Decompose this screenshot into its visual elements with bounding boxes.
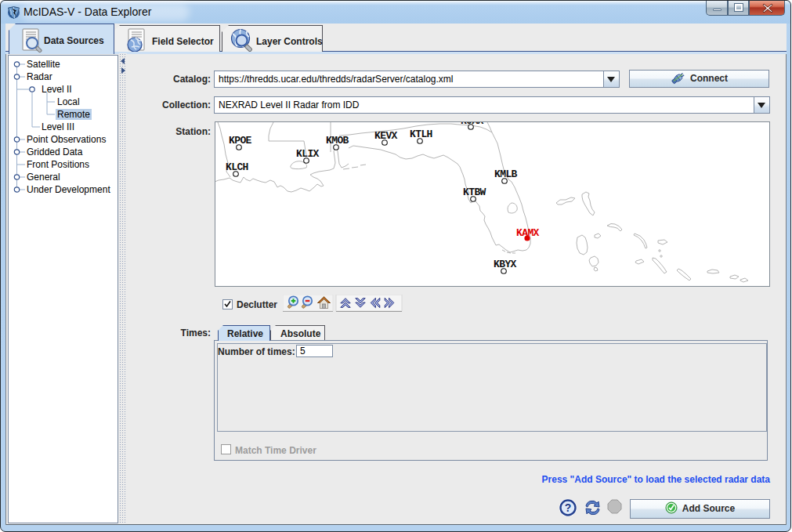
svg-text:KLIX: KLIX <box>296 148 320 160</box>
svg-text:KLCH: KLCH <box>226 161 248 173</box>
svg-text:KBYX: KBYX <box>494 259 517 270</box>
svg-text:KEVX: KEVX <box>374 130 398 142</box>
svg-text:KJAX: KJAX <box>461 122 484 127</box>
svg-text:?: ? <box>565 501 572 514</box>
svg-text:KMOB: KMOB <box>326 135 349 147</box>
svg-text:KPOE: KPOE <box>229 135 252 147</box>
svg-text:KAMX: KAMX <box>516 227 540 239</box>
svg-text:KMLB: KMLB <box>494 168 518 180</box>
svg-text:KTBW: KTBW <box>463 186 486 198</box>
svg-text:KTLH: KTLH <box>410 128 432 140</box>
